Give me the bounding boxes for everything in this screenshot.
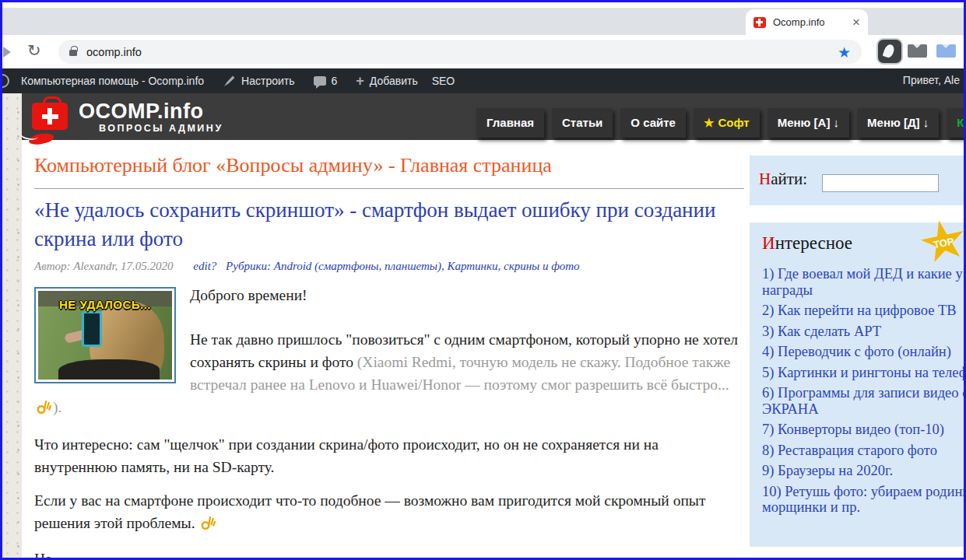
nav-item-menu-d[interactable]: Меню [Д] ↓ <box>857 108 939 138</box>
search-label: Найти: <box>759 170 807 189</box>
sidebar-link[interactable]: 5) Картинки и рингтоны на телефон <box>762 365 966 381</box>
nav-item-home[interactable]: Главная <box>476 108 544 138</box>
first-aid-kit-icon <box>32 103 68 130</box>
paragraph-clipped: Не <box>34 548 744 560</box>
ok-hand-icon <box>36 398 51 421</box>
wordpress-logo-icon[interactable] <box>0 74 9 88</box>
customize-brush-icon[interactable] <box>223 75 236 88</box>
sidebar-link[interactable]: 3) Как сделать АРТ <box>762 324 966 340</box>
sidebar-link[interactable]: 1) Где воевал мой ДЕД и какие у него наг… <box>762 266 966 298</box>
admin-add-new[interactable]: Добавить <box>370 75 418 87</box>
sidebar-link[interactable]: 6) Программы для записи видео с ЭКРАНА <box>762 385 966 417</box>
nav-item-articles[interactable]: Статьи <box>552 108 613 138</box>
nav-item-about[interactable]: О сайте <box>620 108 686 138</box>
page-title: Компьютерный блог «Вопросы админу» - Гла… <box>34 152 744 179</box>
nav-item-menu-a[interactable]: Меню [А] ↓ <box>768 108 849 138</box>
main-nav: Главная Статьи О сайте ★Софт Меню [А] ↓ … <box>469 108 966 138</box>
main-column: Компьютерный блог «Вопросы админу» - Гла… <box>34 140 744 560</box>
article-meta: Автор: Alexandr, 17.05.2020 edit? Рубрик… <box>34 260 744 273</box>
wordpress-admin-bar: Компьютерная помощь - Ocomp.info Настрои… <box>2 68 964 93</box>
browser-window: Ocomp.info × ↻ ocomp.info ★ Компьютерная… <box>0 0 966 560</box>
paragraph-details: Что интересно: сам "щелчок" при создании… <box>34 433 744 478</box>
comments-count[interactable]: 6 <box>332 75 338 87</box>
sidebar-link[interactable]: 8) Реставрация старого фото <box>762 443 966 459</box>
sidebar-link[interactable]: 2) Как перейти на цифровое ТВ <box>762 303 966 319</box>
edit-link[interactable]: edit? <box>193 260 216 272</box>
tab-title: Ocomp.info <box>773 16 824 28</box>
mail-blue-icon[interactable] <box>936 44 956 58</box>
nav-item-soft[interactable]: ★Софт <box>694 108 760 138</box>
category-links[interactable]: Android (смартфоны, планшеты), Картинки,… <box>274 260 580 272</box>
url-text[interactable]: ocomp.info <box>86 46 142 58</box>
forward-icon[interactable] <box>3 47 11 58</box>
page-body: OCOMP.info ВОПРОСЫ АДМИНУ Главная Статьи… <box>22 93 964 558</box>
browser-toolbar: ↻ ocomp.info ★ <box>2 35 964 68</box>
star-icon: ★ <box>704 116 714 129</box>
article-title-link[interactable]: «Не удалось сохранить скриншот» - смартф… <box>34 196 744 254</box>
site-background: OCOMP.info ВОПРОСЫ АДМИНУ Главная Статьи… <box>2 93 964 558</box>
sidebar-interesting-widget: TOP Интересное 1) Где воевал мой ДЕД и к… <box>750 222 966 547</box>
nav-item-contact[interactable]: Контакт <box>947 108 966 138</box>
lock-icon <box>69 50 77 56</box>
site-header: OCOMP.info ВОПРОСЫ АДМИНУ Главная Статьи… <box>22 93 964 140</box>
sidebar-link[interactable]: 7) Конверторы видео (топ-10) <box>762 422 966 438</box>
thumbnail-caption: НЕ УДАЛОСЬ... <box>38 293 172 316</box>
article-thumbnail[interactable]: НЕ УДАЛОСЬ... <box>34 287 176 383</box>
article-author-date: Автор: Alexandr, 17.05.2020 <box>34 260 174 272</box>
address-bar[interactable]: ocomp.info ★ <box>58 40 862 64</box>
reload-icon[interactable]: ↻ <box>27 41 41 60</box>
sidebar-search-widget: Найти: <box>750 156 966 205</box>
site-logo[interactable]: OCOMP.info ВОПРОСЫ АДМИНУ <box>32 98 223 134</box>
browser-tab[interactable]: Ocomp.info × <box>746 9 868 35</box>
plus-icon[interactable]: + <box>356 74 364 88</box>
admin-greeting[interactable]: Привет, Ale <box>903 74 960 86</box>
admin-seo[interactable]: SEO <box>432 75 455 87</box>
extension-icon[interactable] <box>878 40 901 63</box>
mail-gray-icon[interactable] <box>908 44 927 58</box>
phone-in-photo <box>82 311 102 347</box>
rubrics-label: Рубрики: <box>226 260 271 272</box>
article-body: НЕ УДАЛОСЬ... Доброго времени! Не так да… <box>34 284 744 560</box>
sidebar-link[interactable]: 4) Переводчик с фото (онлайн) <box>762 344 966 360</box>
divider <box>34 188 744 189</box>
comments-bubble-icon[interactable] <box>314 76 326 86</box>
logo-subtitle: ВОПРОСЫ АДМИНУ <box>99 123 223 134</box>
admin-site-name[interactable]: Компьютерная помощь - Ocomp.info <box>21 75 204 87</box>
search-input[interactable] <box>822 174 939 192</box>
tab-close-icon[interactable]: × <box>852 16 860 29</box>
bookmark-star-icon[interactable]: ★ <box>838 44 851 61</box>
paragraph-advice: Если у вас на смартфоне происходит что-т… <box>34 489 744 537</box>
sidebar-link[interactable]: 9) Браузеры на 2020г. <box>762 463 966 479</box>
site-favicon-icon <box>753 17 766 28</box>
admin-customize[interactable]: Настроить <box>241 75 294 87</box>
interesting-list: 1) Где воевал мой ДЕД и какие у него наг… <box>762 266 966 516</box>
logo-title: OCOMP.info <box>79 100 223 123</box>
ok-hand-icon <box>200 514 216 537</box>
sidebar-link[interactable]: 10) Ретушь фото: убираем родинки, морщин… <box>762 484 966 516</box>
